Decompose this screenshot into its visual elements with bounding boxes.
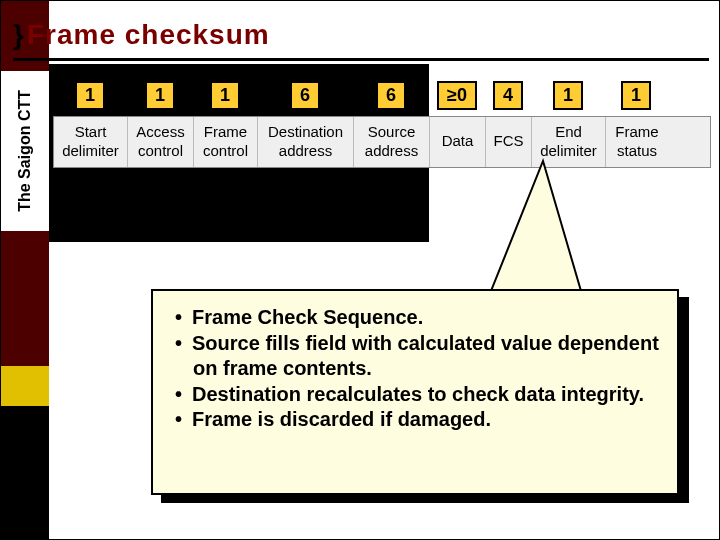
byte-count-cell: 1 <box>621 81 651 110</box>
byte-count-row: 11166≥0411 <box>53 81 711 110</box>
callout-box: Frame Check Sequence.Source fills field … <box>151 289 679 495</box>
field-name-cell: Start delimiter <box>54 117 128 167</box>
byte-count-cell-wrap: 1 <box>531 81 605 110</box>
byte-count-cell: 4 <box>493 81 523 110</box>
callout-arrow-icon <box>481 161 601 301</box>
byte-count-cell-wrap: 4 <box>485 81 531 110</box>
sidebar-segment <box>1 231 49 366</box>
byte-count-cell-wrap: 1 <box>53 81 127 110</box>
page-title: } Frame checksum <box>13 11 709 61</box>
byte-count-cell-wrap: 6 <box>353 81 429 110</box>
byte-count-cell-wrap: 1 <box>193 81 257 110</box>
fcs-callout: Frame Check Sequence.Source fills field … <box>151 181 696 511</box>
field-name-cell: Frame status <box>606 117 668 167</box>
sidebar-label: The Saigon CTT <box>16 90 34 212</box>
byte-count-cell: ≥0 <box>437 81 477 110</box>
sidebar: The Saigon CTT <box>1 1 49 540</box>
title-text: Frame checksum <box>27 19 270 51</box>
byte-count-cell: 1 <box>145 81 175 110</box>
svg-marker-0 <box>491 161 581 291</box>
field-name-cell: Frame control <box>194 117 258 167</box>
byte-count-cell-wrap: 1 <box>605 81 667 110</box>
sidebar-segment <box>1 366 49 406</box>
byte-count-cell-wrap: ≥0 <box>429 81 485 110</box>
byte-count-cell: 1 <box>75 81 105 110</box>
frame-structure-table: 11166≥0411 Start delimiterAccess control… <box>53 81 711 168</box>
byte-count-cell-wrap: 1 <box>127 81 193 110</box>
byte-count-cell: 1 <box>210 81 240 110</box>
byte-count-cell: 6 <box>376 81 406 110</box>
field-name-cell: Destination address <box>258 117 354 167</box>
field-name-cell: Data <box>430 117 486 167</box>
callout-bullet: Frame is discarded if damaged. <box>169 407 661 433</box>
callout-bullet-list: Frame Check Sequence.Source fills field … <box>169 305 661 433</box>
callout-bullet: Frame Check Sequence. <box>169 305 661 331</box>
callout-bullet: Destination recalculates to check data i… <box>169 382 661 408</box>
field-name-row: Start delimiterAccess controlFrame contr… <box>53 116 711 168</box>
byte-count-cell-wrap: 6 <box>257 81 353 110</box>
title-brace: } <box>13 19 25 51</box>
callout-bullet: Source fills field with calculated value… <box>169 331 661 382</box>
field-name-cell: FCS <box>486 117 532 167</box>
sidebar-segment <box>1 406 49 540</box>
field-name-cell: Access control <box>128 117 194 167</box>
byte-count-cell: 1 <box>553 81 583 110</box>
sidebar-label-wrap: The Saigon CTT <box>1 71 49 231</box>
field-name-cell: Source address <box>354 117 430 167</box>
byte-count-cell: 6 <box>290 81 320 110</box>
